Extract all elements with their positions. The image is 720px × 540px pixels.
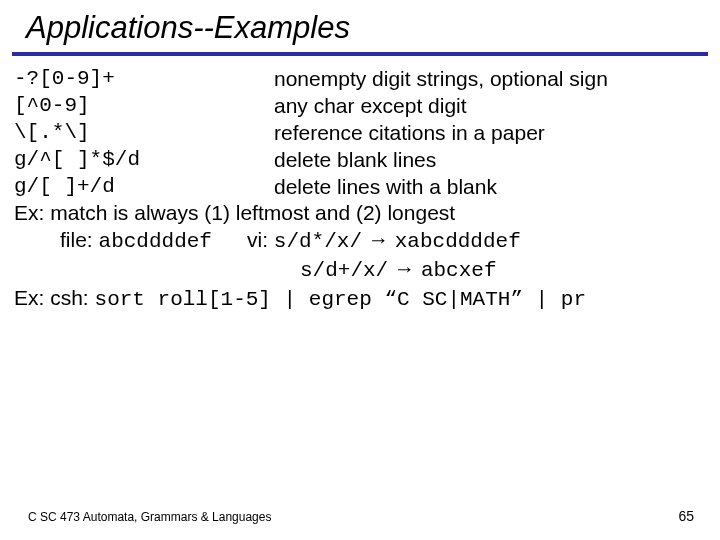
regex-pattern: g/[ ]+/d	[14, 174, 274, 201]
example-row: g/^[ ]*$/d delete blank lines	[14, 147, 706, 174]
regex-desc: any char except digit	[274, 93, 706, 120]
regex-desc: delete blank lines	[274, 147, 706, 174]
arrow-icon: →	[394, 257, 421, 280]
example-row: -?[0-9]+ nonempty digit strings, optiona…	[14, 66, 706, 93]
regex-pattern: \[.*\]	[14, 120, 274, 147]
regex-pattern: [^0-9]	[14, 93, 274, 120]
vi-result: xabcddddef	[395, 230, 521, 253]
csh-label: Ex: csh:	[14, 286, 89, 309]
vi-result: abcxef	[421, 259, 497, 282]
regex-pattern: -?[0-9]+	[14, 66, 274, 93]
file-value: abcddddef	[99, 230, 212, 253]
csh-cmd: sort roll[1-5] | egrep “C SC|MATH” | pr	[95, 288, 586, 311]
vi-cmd: s/d*/x/	[274, 230, 362, 253]
regex-pattern: g/^[ ]*$/d	[14, 147, 274, 174]
regex-desc: delete lines with a blank	[274, 174, 706, 201]
footer-text: C SC 473 Automata, Grammars & Languages	[28, 510, 271, 524]
example-row: g/[ ]+/d delete lines with a blank	[14, 174, 706, 201]
arrow-icon: →	[368, 228, 395, 251]
file-label: file:	[60, 228, 93, 251]
example-row: \[.*\] reference citations in a paper	[14, 120, 706, 147]
title-underline	[12, 52, 708, 56]
page-number: 65	[678, 508, 694, 524]
example-file-line: file: abcddddef vi: s/d*/x/ → xabcddddef	[14, 227, 706, 256]
slide-body: -?[0-9]+ nonempty digit strings, optiona…	[0, 66, 720, 314]
example-row: [^0-9] any char except digit	[14, 93, 706, 120]
example-note: Ex: match is always (1) leftmost and (2)…	[14, 200, 706, 227]
regex-desc: reference citations in a paper	[274, 120, 706, 147]
example-csh-line: Ex: csh: sort roll[1-5] | egrep “C SC|MA…	[14, 285, 706, 314]
slide-title: Applications--Examples	[0, 0, 720, 52]
regex-desc: nonempty digit strings, optional sign	[274, 66, 706, 93]
vi-cmd: s/d+/x/	[300, 259, 388, 282]
example-file-line-2: s/d+/x/ → abcxef	[14, 256, 706, 285]
vi-label: vi:	[247, 228, 268, 251]
